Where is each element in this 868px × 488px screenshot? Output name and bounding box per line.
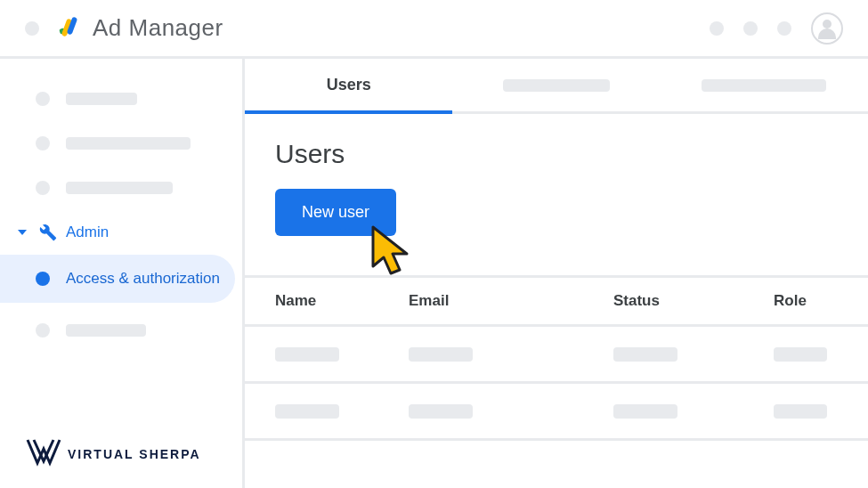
header-action-icon[interactable] [710, 21, 724, 36]
sidebar-admin-label: Admin [66, 224, 109, 241]
cell-skeleton [774, 404, 827, 419]
sidebar-item-admin[interactable]: Admin [0, 210, 242, 255]
sidebar-item-active-icon [36, 272, 50, 286]
column-header-role[interactable]: Role [774, 292, 838, 310]
content-area: Users New user [245, 114, 868, 236]
column-header-status[interactable]: Status [613, 292, 774, 310]
cell-skeleton [613, 347, 677, 362]
cell-skeleton [613, 404, 677, 419]
sidebar-item-placeholder[interactable] [0, 77, 242, 121]
avatar[interactable] [811, 12, 843, 45]
tab-placeholder[interactable] [452, 59, 660, 111]
page-title: Users [275, 139, 838, 169]
table-header: Name Email Status Role [245, 275, 868, 327]
users-table: Name Email Status Role [245, 275, 868, 441]
sidebar-item-placeholder[interactable] [0, 308, 242, 353]
logo-title: Ad Manager [57, 14, 223, 42]
tab-label-skeleton [702, 79, 826, 92]
sidebar-item-label-skeleton [66, 182, 173, 194]
column-header-name[interactable]: Name [275, 292, 409, 310]
tab-label-skeleton [503, 79, 610, 92]
cell-skeleton [275, 404, 339, 419]
sidebar-active-label: Access & authorization [66, 270, 220, 288]
sidebar-item-icon [36, 323, 50, 338]
sidebar-item-icon [36, 92, 50, 106]
cell-skeleton [409, 404, 473, 419]
header-right [710, 12, 843, 45]
sidebar-item-placeholder[interactable] [0, 166, 242, 210]
app-title: Ad Manager [93, 14, 223, 42]
main-content: Users Users New user Name Email Status R… [245, 59, 868, 488]
cell-skeleton [774, 347, 827, 362]
avatar-icon [818, 20, 836, 37]
new-user-button[interactable]: New user [275, 189, 396, 236]
sidebar-item-icon [36, 136, 50, 150]
tab-placeholder[interactable] [661, 59, 868, 111]
chevron-down-icon [18, 230, 27, 235]
header-left: Ad Manager [25, 14, 223, 42]
tab-users[interactable]: Users [245, 59, 452, 111]
watermark: VIRTUAL SHERPA [25, 436, 201, 472]
sidebar: Admin Access & authorization VIRTUAL SHE… [0, 59, 245, 488]
cell-skeleton [409, 347, 473, 362]
sidebar-item-placeholder[interactable] [0, 121, 242, 166]
column-header-email[interactable]: Email [409, 292, 613, 310]
header-action-icon[interactable] [743, 21, 758, 36]
ad-manager-logo-icon [57, 15, 80, 42]
table-row[interactable] [245, 327, 868, 384]
header-action-icon[interactable] [777, 21, 791, 36]
app-header: Ad Manager [0, 0, 868, 59]
tab-users-label: Users [327, 76, 371, 94]
wrench-icon [39, 224, 57, 241]
cell-skeleton [275, 347, 339, 362]
tabs: Users [245, 59, 868, 114]
table-row[interactable] [245, 384, 868, 441]
sidebar-item-label-skeleton [66, 324, 146, 337]
menu-placeholder-icon[interactable] [25, 21, 39, 36]
virtual-sherpa-logo-icon [25, 436, 62, 472]
sidebar-item-label-skeleton [66, 93, 137, 105]
sidebar-item-access-authorization[interactable]: Access & authorization [0, 255, 235, 303]
sidebar-item-label-skeleton [66, 137, 191, 150]
watermark-text: VIRTUAL SHERPA [68, 447, 201, 461]
sidebar-item-icon [36, 181, 50, 195]
